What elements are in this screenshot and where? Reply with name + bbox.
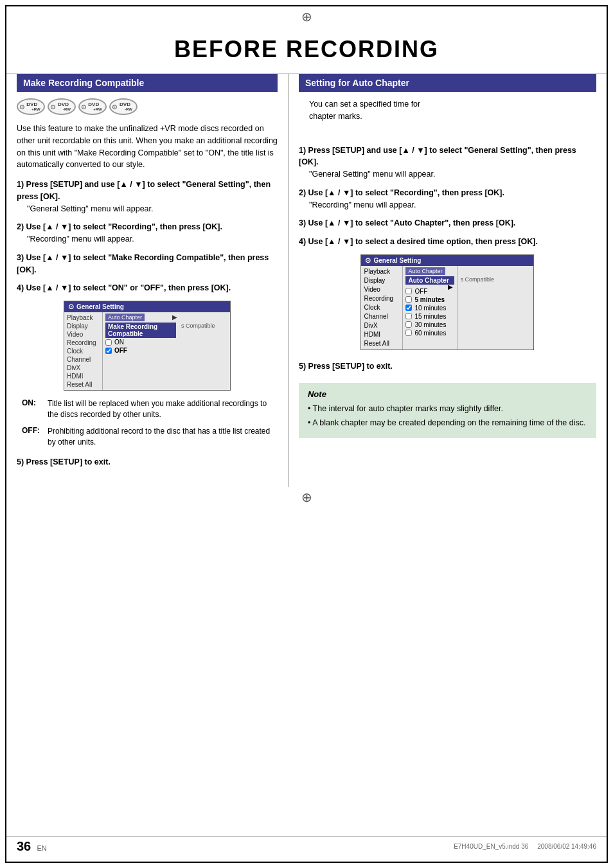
left-menu-title: General Setting [64, 301, 230, 312]
left-step-1: 1) Press [SETUP] and use [▲ / ▼] to sele… [17, 179, 278, 215]
page-title: BEFORE RECORDING [6, 36, 607, 63]
left-intro-text: Use this feature to make the unfinalized… [17, 123, 278, 171]
left-section-header: Make Recording Compatible [17, 74, 278, 92]
right-menu-tab: Auto Chapter [405, 267, 445, 275]
right-option-60min: 60 minutes [405, 329, 454, 337]
left-option-on: ON [105, 338, 176, 346]
crosshair-top: ⊕ [6, 6, 607, 27]
right-column: Setting for Auto Chapter You can set a s… [289, 74, 607, 487]
dvd-icon-2: DVD-RW [48, 98, 76, 115]
left-menu-col-right: s Compatible [179, 312, 230, 390]
left-step-3: 3) Use [▲ / ▼] to select "Make Recording… [17, 252, 278, 276]
note-item-2: A blank chapter may be created depending… [308, 417, 587, 429]
right-checkbox-10min[interactable] [405, 305, 412, 311]
off-desc: Prohibiting additional record to the dis… [48, 426, 278, 448]
left-menu-body: Playback Display Video Recording Clock C… [64, 312, 230, 390]
on-desc: Title list will be replaced when you mak… [48, 398, 278, 421]
note-title: Note [308, 389, 587, 399]
dvd-icon-1: DVD+RW [17, 98, 45, 115]
note-box: Note The interval for auto chapter marks… [299, 383, 596, 439]
page-border: ⊕ BEFORE RECORDING Make Recording Compat… [5, 5, 608, 863]
footer: 36 EN E7H40UD_EN_v5.indd 36 2008/06/02 1… [6, 836, 607, 856]
right-menu-highlight: Auto Chapter [405, 276, 454, 285]
on-label: ON: [22, 398, 48, 421]
dvd-icon-4: DVD-RW [109, 98, 138, 115]
right-step-2: 2) Use [▲ / ▼] to select "Recording", th… [299, 187, 596, 211]
dvd-icon-3: DVD+RW [78, 98, 107, 115]
page-title-bar: BEFORE RECORDING [6, 27, 607, 74]
right-intro: You can set a specified time for chapter… [299, 98, 456, 136]
right-menu-col2: Auto Chapter Auto Chapter ▶ OFF 5 minute… [403, 266, 458, 350]
right-checkbox-30min[interactable] [405, 321, 412, 328]
page-language: EN [37, 844, 46, 852]
right-option-10min: 10 minutes [405, 304, 454, 312]
right-checkbox-5min[interactable] [405, 296, 412, 303]
right-step-3: 3) Use [▲ / ▼] to select "Auto Chapter",… [299, 217, 596, 229]
right-checkbox-off[interactable] [405, 288, 412, 294]
footer-left: 36 EN [17, 839, 47, 854]
note-item-1: The interval for auto chapter marks may … [308, 403, 587, 415]
dvd-icons-row: DVD+RW DVD-RW DVD+RW DVD-RW [17, 98, 278, 115]
left-option-off: OFF [105, 346, 176, 355]
left-step-2: 2) Use [▲ / ▼] to select "Recording", th… [17, 221, 278, 245]
left-menu-col-middle: Auto Chapter Make Recording Compatible ▶… [103, 312, 179, 390]
right-section-header: Setting for Auto Chapter [299, 74, 596, 92]
left-step-5: 5) Press [SETUP] to exit. [17, 456, 278, 468]
right-menu-col1: Playback Display Video Recording Clock C… [361, 266, 403, 350]
off-label: OFF: [22, 426, 48, 448]
right-option-off: OFF [405, 287, 454, 296]
left-checkbox-off[interactable] [105, 348, 112, 354]
off-row: OFF: Prohibiting additional record to th… [22, 426, 278, 448]
right-option-30min: 30 minutes [405, 321, 454, 329]
right-option-15min: 15 minutes [405, 312, 454, 321]
on-row: ON: Title list will be replaced when you… [22, 398, 278, 421]
right-menu-body: Playback Display Video Recording Clock C… [361, 266, 533, 350]
right-step-5: 5) Press [SETUP] to exit. [299, 360, 596, 373]
crosshair-bottom: ⊕ [6, 487, 607, 508]
left-step-4: 4) Use [▲ / ▼] to select "ON" or "OFF", … [17, 282, 278, 294]
right-step-1: 1) Press [SETUP] and use [▲ / ▼] to sele… [299, 145, 596, 181]
left-column: Make Recording Compatible DVD+RW DVD-RW … [6, 74, 289, 487]
right-menu-col3: s Compatible [458, 266, 533, 350]
right-menu-box: General Setting Playback Display Video R… [360, 254, 534, 350]
left-menu-col-left: Playback Display Video Recording Clock C… [64, 312, 103, 390]
right-checkbox-60min[interactable] [405, 330, 412, 336]
right-option-5min: 5 minutes [405, 296, 454, 304]
left-checkbox-on[interactable] [105, 339, 112, 346]
left-menu-box: General Setting Playback Display Video R… [64, 301, 231, 391]
on-off-section: ON: Title list will be replaced when you… [17, 398, 278, 448]
footer-file: E7H40UD_EN_v5.indd 36 2008/06/02 14:49:4… [454, 843, 596, 850]
right-menu-title: General Setting [361, 255, 533, 266]
left-menu-highlight: Make Recording Compatible [105, 323, 176, 338]
right-checkbox-15min[interactable] [405, 313, 412, 319]
right-step-4: 4) Use [▲ / ▼] to select a desired time … [299, 236, 596, 248]
left-menu-tab: Auto Chapter [105, 314, 145, 321]
two-col-layout: Make Recording Compatible DVD+RW DVD-RW … [6, 74, 607, 487]
left-menu-arrow-icon: ▶ [172, 314, 177, 321]
page-number: 36 [17, 839, 31, 853]
